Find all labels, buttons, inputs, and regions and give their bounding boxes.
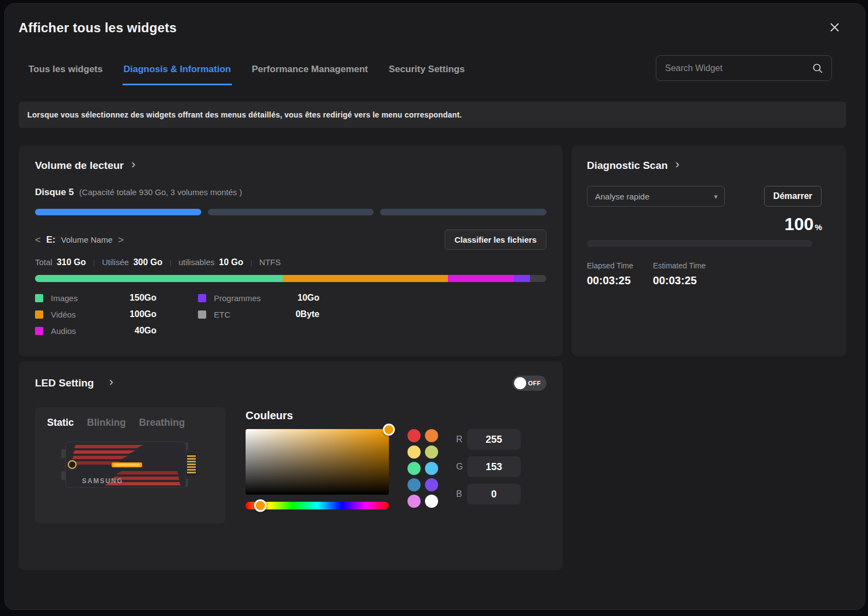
led-mode-static[interactable]: Static bbox=[47, 417, 74, 429]
led-mode-blinking[interactable]: Blinking bbox=[87, 417, 126, 429]
b-value-field[interactable] bbox=[467, 484, 521, 504]
volume-name: Volume Name bbox=[61, 235, 113, 244]
tab-bar: Tous les widgetsDiagnosis & InformationP… bbox=[27, 62, 466, 85]
volume-prev-icon[interactable]: < bbox=[35, 236, 41, 244]
colors-section: Couleurs RGB bbox=[246, 407, 521, 524]
legend-label: Images bbox=[51, 294, 78, 303]
stat-value: 300 Go bbox=[133, 257, 162, 267]
usage-segment-vid-os bbox=[283, 275, 448, 282]
disk-capacity-info: (Capacité totale 930 Go, 3 volumes monté… bbox=[79, 187, 242, 197]
saturation-handle[interactable] bbox=[383, 424, 395, 436]
stat-value: 10 Go bbox=[219, 257, 243, 267]
color-swatch-sky-blue[interactable] bbox=[425, 462, 438, 475]
chevron-right-icon[interactable]: › bbox=[675, 160, 679, 169]
tab-security-settings[interactable]: Security Settings bbox=[388, 62, 466, 85]
estimated-time-label: Estimated Time bbox=[653, 261, 706, 270]
r-value-field[interactable] bbox=[467, 429, 521, 450]
usage-bar bbox=[35, 275, 546, 282]
color-swatch-steel-blue[interactable] bbox=[407, 478, 421, 491]
volume-stats: Total310 GoUtilisée300 Goutilisables10 G… bbox=[35, 257, 546, 267]
rgb-channel-label: B bbox=[456, 489, 467, 499]
volume-stat-utilisables: utilisables10 Go bbox=[162, 257, 243, 267]
diagnostic-scan-widget: Diagnostic Scan › Analyse rapide ▾ Démar… bbox=[572, 145, 846, 356]
close-icon bbox=[829, 22, 840, 33]
led-toggle-label: OFF bbox=[528, 380, 541, 386]
led-mode-tabs: StaticBlinkingBreathing bbox=[47, 417, 213, 429]
volume-letter: E: bbox=[46, 234, 56, 245]
rgb-channel-label: G bbox=[456, 462, 467, 472]
tab-tous-les-widgets[interactable]: Tous les widgets bbox=[27, 62, 104, 85]
volume-stat-utilis-e: Utilisée300 Go bbox=[86, 257, 162, 267]
scan-progress-bar bbox=[587, 240, 812, 247]
ssd-image: SAMSUNG bbox=[61, 437, 199, 492]
stat-label: Utilisée bbox=[102, 257, 129, 267]
classify-files-button[interactable]: Classifier les fichiers bbox=[445, 230, 546, 250]
disk-volume-segment-1[interactable] bbox=[35, 209, 201, 215]
color-swatch-yellow[interactable] bbox=[407, 445, 421, 459]
rgb-row-b: B bbox=[456, 484, 521, 504]
legend-swatch-icon bbox=[35, 294, 43, 302]
scan-type-select[interactable]: Analyse rapide ▾ bbox=[587, 186, 725, 207]
volume-next-icon[interactable]: > bbox=[118, 236, 124, 244]
chevron-right-icon[interactable]: › bbox=[109, 377, 113, 387]
color-swatch-red[interactable] bbox=[407, 429, 421, 442]
color-swatch-orchid[interactable] bbox=[407, 495, 421, 508]
usage-segment-audios bbox=[448, 275, 514, 282]
color-swatch-purple[interactable] bbox=[425, 478, 438, 491]
legend-swatch-icon bbox=[198, 310, 206, 319]
led-toggle[interactable]: OFF bbox=[512, 376, 546, 391]
info-banner-text: Lorsque vous sélectionnez des widgets of… bbox=[27, 110, 462, 119]
scan-progress-value: 100 bbox=[784, 214, 813, 234]
stat-value: 310 Go bbox=[57, 257, 86, 267]
chevron-right-icon[interactable]: › bbox=[131, 160, 135, 169]
estimated-time-value: 00:03:25 bbox=[653, 274, 706, 287]
rgb-row-r: R bbox=[456, 429, 521, 450]
search-input[interactable] bbox=[665, 63, 812, 73]
elapsed-time-label: Elapsed Time bbox=[587, 261, 633, 270]
svg-text:SAMSUNG: SAMSUNG bbox=[82, 477, 123, 485]
g-value-field[interactable] bbox=[467, 456, 521, 477]
legend-label: Vidéos bbox=[51, 310, 76, 319]
legend-value: 10Go bbox=[298, 293, 319, 303]
stat-label: NTFS bbox=[259, 257, 281, 267]
widgets-dialog: Afficher tous les widgets Tous les widge… bbox=[4, 3, 865, 610]
legend-swatch-icon bbox=[198, 294, 206, 302]
stat-label: Total bbox=[35, 257, 53, 267]
legend-item-programmes: Programmes10Go bbox=[198, 293, 319, 303]
start-scan-button[interactable]: Démarrer bbox=[764, 186, 822, 207]
color-swatch-green[interactable] bbox=[407, 462, 421, 475]
drive-volume-widget: Volume de lecteur › Disque 5 (Capacité t… bbox=[19, 145, 563, 356]
legend-label: Audios bbox=[51, 326, 76, 336]
search-icon[interactable] bbox=[812, 62, 824, 74]
color-swatch-yellow-green[interactable] bbox=[425, 445, 438, 459]
disk-volume-segment-2[interactable] bbox=[208, 209, 374, 215]
tab-diagnosis-information[interactable]: Diagnosis & Information bbox=[123, 62, 232, 85]
saturation-value-panel[interactable] bbox=[246, 429, 389, 495]
legend-item-etc: ETC0Byte bbox=[198, 309, 319, 319]
led-setting-widget: LED Setting › OFF StaticBlinkingBreathin… bbox=[19, 361, 563, 570]
led-mode-breathing[interactable]: Breathing bbox=[139, 417, 185, 429]
rgb-row-g: G bbox=[456, 456, 521, 477]
legend-item-images: Images150Go bbox=[35, 293, 156, 303]
disk-volume-segments bbox=[35, 209, 546, 215]
legend-swatch-icon bbox=[35, 327, 43, 335]
rgb-inputs: RGB bbox=[456, 429, 521, 509]
page-title: Afficher tous les widgets bbox=[19, 20, 177, 36]
drive-volume-title: Volume de lecteur bbox=[35, 160, 124, 172]
scan-type-value: Analyse rapide bbox=[595, 192, 649, 201]
search-widget bbox=[656, 55, 832, 81]
scan-progress-percent: 100% bbox=[587, 214, 822, 234]
scan-progress-unit: % bbox=[815, 222, 822, 232]
tab-performance-management[interactable]: Performance Management bbox=[251, 62, 369, 85]
hue-handle[interactable] bbox=[254, 500, 266, 512]
color-swatch-white[interactable] bbox=[425, 495, 438, 508]
disk-volume-segment-3[interactable] bbox=[380, 209, 546, 215]
stat-label: utilisables bbox=[178, 257, 214, 267]
legend-value: 150Go bbox=[130, 293, 156, 303]
hue-slider[interactable] bbox=[246, 502, 389, 509]
color-swatch-orange[interactable] bbox=[425, 429, 438, 442]
disk-label: Disque 5 bbox=[35, 187, 74, 198]
close-button[interactable] bbox=[826, 19, 843, 36]
legend-value: 40Go bbox=[135, 326, 156, 336]
diagnostic-scan-title: Diagnostic Scan bbox=[587, 160, 668, 172]
